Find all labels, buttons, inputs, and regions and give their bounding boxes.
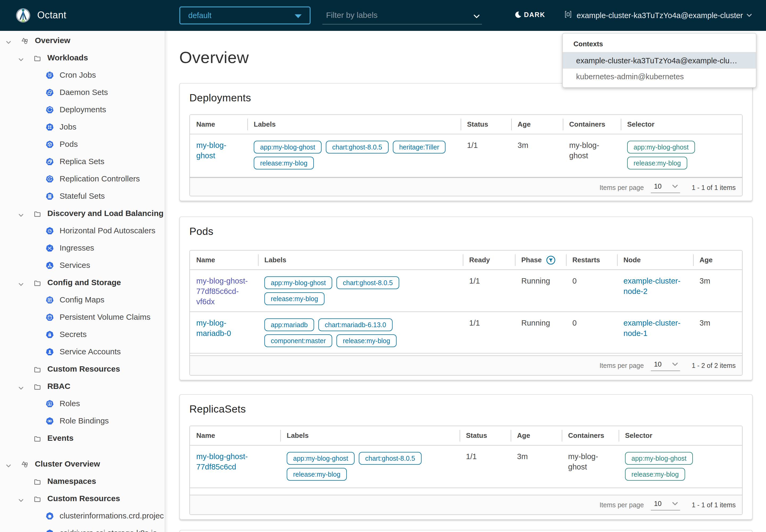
chevron-down-icon[interactable] xyxy=(6,461,11,471)
page-size-select[interactable]: 10 xyxy=(651,360,680,371)
sidebar-item-config-maps[interactable]: Config Maps xyxy=(0,291,165,309)
theme-toggle-button[interactable]: DARK xyxy=(514,11,545,19)
resource-link[interactable]: my-blog-mariadb-0 xyxy=(196,319,231,338)
sidebar-item-daemon-sets[interactable]: Daemon Sets xyxy=(0,84,165,101)
column-header-age[interactable]: Age xyxy=(693,251,743,270)
label-tag[interactable]: chart:mariadb-6.13.0 xyxy=(318,318,393,331)
chevron-down-icon[interactable] xyxy=(18,210,24,220)
sidebar-item-events[interactable]: Events xyxy=(0,430,165,447)
page-size-select[interactable]: 10 xyxy=(651,500,680,510)
resource-link[interactable]: my-blog-ghost-77df85c6cd-vf6dx xyxy=(196,277,248,306)
sidebar-item-cluster-overview[interactable]: Cluster Overview xyxy=(0,455,165,473)
chevron-down-icon[interactable] xyxy=(18,496,24,505)
label-tag[interactable]: app:my-blog-ghost xyxy=(627,141,695,153)
label-filter-input[interactable]: Filter by labels xyxy=(322,6,482,24)
column-header-name[interactable]: Name xyxy=(190,251,258,270)
card-title: Deployments xyxy=(189,90,743,106)
sidebar-item-pods[interactable]: Pods xyxy=(0,136,165,153)
column-header-containers[interactable]: Containers xyxy=(562,426,619,445)
chevron-down-icon[interactable] xyxy=(18,55,24,65)
column-header-phase[interactable]: Phase xyxy=(515,251,566,270)
items-per-page-label: Items per page xyxy=(600,184,644,192)
context-picker[interactable]: example-cluster-ka3TuTzYo4a@example-clus… xyxy=(564,10,752,21)
chevron-down-icon[interactable] xyxy=(18,383,24,393)
resource-link[interactable]: my-blog-ghost xyxy=(196,141,226,160)
sidebar-item-secrets[interactable]: Secrets xyxy=(0,326,165,343)
sidebar-item-service-accounts[interactable]: Service Accounts xyxy=(0,343,165,360)
label-tag[interactable]: app:my-blog-ghost xyxy=(625,452,693,465)
sidebar-item-replication-controllers[interactable]: Replication Controllers xyxy=(0,170,165,188)
resource-link[interactable]: my-blog-ghost-77df85c6cd xyxy=(196,452,248,471)
label-tag[interactable]: release:my-blog xyxy=(287,468,347,481)
label-tag[interactable]: app:mariadb xyxy=(264,318,314,331)
sidebar-item-deployments[interactable]: Deployments xyxy=(0,101,165,118)
sidebar-item-cron-jobs[interactable]: Cron Jobs xyxy=(0,67,165,84)
sidebar-item-services[interactable]: Services xyxy=(0,257,165,274)
column-header-status[interactable]: Status xyxy=(461,115,511,134)
label-tag[interactable]: release:my-blog xyxy=(627,157,687,169)
column-header-name[interactable]: Name xyxy=(190,115,247,134)
page-size-select[interactable]: 10 xyxy=(651,182,680,193)
sidebar-item-clusterinformations-crd-projec[interactable]: clusterinformations.crd.projec xyxy=(0,507,165,525)
label-tag[interactable]: app:my-blog-ghost xyxy=(254,141,322,153)
sidebar-item-rbac[interactable]: RBAC xyxy=(0,378,165,395)
column-header-containers[interactable]: Containers xyxy=(563,115,621,134)
column-header-status[interactable]: Status xyxy=(460,426,511,445)
sidebar-item-custom-resources[interactable]: Custom Resources xyxy=(0,490,165,507)
sidebar-item-custom-resources[interactable]: Custom Resources xyxy=(0,360,165,378)
label-tag[interactable]: heritage:Tiller xyxy=(393,141,446,153)
label-tag[interactable]: chart:ghost-8.0.5 xyxy=(336,276,399,289)
chevron-down-icon[interactable] xyxy=(473,12,480,22)
column-header-restarts[interactable]: Restarts xyxy=(566,251,617,270)
sidebar-item-config-and-storage[interactable]: Config and Storage xyxy=(0,274,165,291)
cell-text: 0 xyxy=(572,277,577,285)
sidebar-item-jobs[interactable]: Jobs xyxy=(0,118,165,136)
sidebar-item-roles[interactable]: Roles xyxy=(0,395,165,412)
label-tag[interactable]: release:my-blog xyxy=(264,292,324,305)
table-header-row: NameLabelsStatusAgeContainersSelector xyxy=(190,426,743,445)
sidebar-item-overview[interactable]: Overview xyxy=(0,32,165,49)
chevron-down-icon[interactable] xyxy=(6,38,11,47)
namespace-selected-value: default xyxy=(188,11,211,20)
context-menu-item-1[interactable]: kubernetes-admin@kubernetes xyxy=(563,69,756,85)
column-header-labels[interactable]: Labels xyxy=(258,251,463,270)
sidebar-item-ingresses[interactable]: Ingresses xyxy=(0,239,165,257)
label-tag[interactable]: app:my-blog-ghost xyxy=(287,452,355,465)
sidebar-item-csidrivers-csi-storage-k8s-io[interactable]: csidrivers.csi.storage.k8s.io xyxy=(0,525,165,532)
resource-link[interactable]: example-cluster-node-1 xyxy=(623,319,680,338)
k8s-replicationcontroller-icon xyxy=(46,175,54,185)
label-tag[interactable]: component:master xyxy=(264,334,332,347)
label-tag[interactable]: release:my-blog xyxy=(336,334,397,347)
label-tag[interactable]: chart:ghost-8.0.5 xyxy=(359,452,422,465)
column-header-name[interactable]: Name xyxy=(190,426,280,445)
column-header-selector[interactable]: Selector xyxy=(619,426,743,445)
sidebar-item-workloads[interactable]: Workloads xyxy=(0,49,165,67)
column-header-labels[interactable]: Labels xyxy=(280,426,460,445)
resource-link[interactable]: example-cluster-node-2 xyxy=(623,277,680,296)
column-separator xyxy=(463,254,463,266)
pagination-bar: Items per page101 - 1 of 1 items xyxy=(190,495,742,514)
filter-icon[interactable] xyxy=(546,255,556,265)
sidebar-item-replica-sets[interactable]: Replica Sets xyxy=(0,153,165,170)
column-header-age[interactable]: Age xyxy=(511,426,562,445)
label-tag[interactable]: app:my-blog-ghost xyxy=(264,276,332,289)
chevron-down-icon[interactable] xyxy=(18,280,24,289)
sidebar-item-label: Overview xyxy=(35,36,70,45)
namespace-select[interactable]: default xyxy=(179,6,311,24)
sidebar-item-namespaces[interactable]: Namespaces xyxy=(0,473,165,490)
sidebar-item-role-bindings[interactable]: Role Bindings xyxy=(0,412,165,430)
column-header-selector[interactable]: Selector xyxy=(621,115,743,134)
column-header-node[interactable]: Node xyxy=(617,251,693,270)
sidebar-item-horizontal-pod-autoscalers[interactable]: Horizontal Pod Autoscalers xyxy=(0,222,165,239)
label-tag[interactable]: release:my-blog xyxy=(254,157,314,169)
column-header-ready[interactable]: Ready xyxy=(463,251,515,270)
sidebar-item-persistent-volume-claims[interactable]: Persistent Volume Claims xyxy=(0,309,165,326)
sidebar-item-discovery-and-load-balancing[interactable]: Discovery and Load Balancing xyxy=(0,205,165,222)
column-header-labels[interactable]: Labels xyxy=(247,115,461,134)
sidebar-item-stateful-sets[interactable]: Stateful Sets xyxy=(0,188,165,205)
label-tag[interactable]: release:my-blog xyxy=(625,468,685,481)
label-tag[interactable]: chart:ghost-8.0.5 xyxy=(326,141,389,153)
context-menu-item-0[interactable]: example-cluster-ka3TuTzYo4a@example-clu… xyxy=(563,53,756,69)
cell-text: Running xyxy=(521,319,550,327)
column-header-age[interactable]: Age xyxy=(511,115,563,134)
